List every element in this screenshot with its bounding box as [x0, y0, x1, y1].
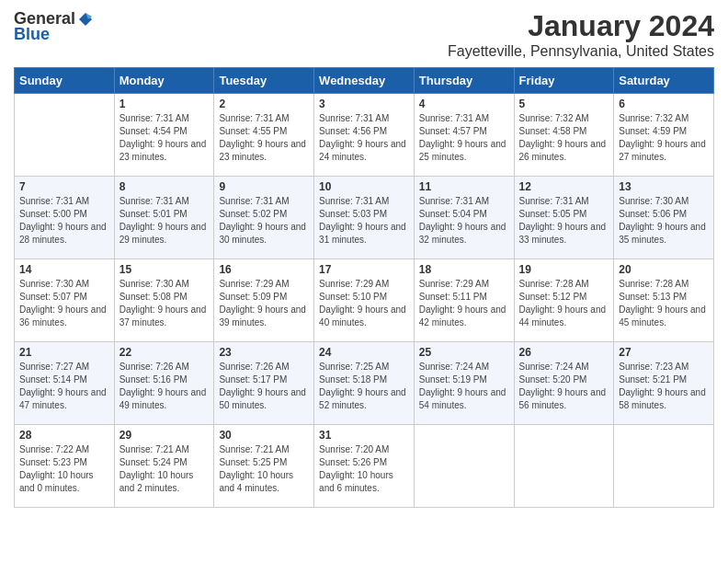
day-number: 16 — [219, 263, 309, 276]
cell-info: Sunrise: 7:20 AMSunset: 5:26 PMDaylight:… — [319, 443, 409, 495]
cell-info: Sunrise: 7:31 AMSunset: 5:01 PMDaylight:… — [119, 195, 210, 247]
day-number: 22 — [119, 346, 210, 359]
cell-info: Sunrise: 7:27 AMSunset: 5:14 PMDaylight:… — [19, 361, 109, 412]
cell-info: Sunrise: 7:31 AMSunset: 5:02 PMDaylight:… — [219, 195, 309, 247]
day-number: 19 — [519, 263, 609, 276]
day-number: 20 — [619, 263, 709, 276]
cell-info: Sunrise: 7:31 AMSunset: 4:56 PMDaylight:… — [319, 112, 409, 164]
cell-info: Sunrise: 7:30 AMSunset: 5:08 PMDaylight:… — [119, 278, 210, 329]
day-number: 30 — [219, 429, 309, 442]
day-number: 17 — [319, 263, 409, 276]
day-number: 6 — [619, 98, 709, 110]
cell-info: Sunrise: 7:29 AMSunset: 5:11 PMDaylight:… — [419, 278, 509, 329]
calendar-cell — [514, 425, 614, 508]
day-number: 2 — [219, 98, 309, 110]
logo: General Blue — [14, 9, 94, 44]
weekday-header-tuesday: Tuesday — [214, 68, 314, 94]
cell-info: Sunrise: 7:22 AMSunset: 5:23 PMDaylight:… — [19, 443, 109, 495]
cell-info: Sunrise: 7:28 AMSunset: 5:12 PMDaylight:… — [519, 278, 609, 329]
calendar-cell: 12Sunrise: 7:31 AMSunset: 5:05 PMDayligh… — [514, 177, 614, 259]
calendar: SundayMondayTuesdayWednesdayThursdayFrid… — [14, 67, 714, 508]
calendar-cell: 16Sunrise: 7:29 AMSunset: 5:09 PMDayligh… — [214, 259, 314, 342]
cell-info: Sunrise: 7:25 AMSunset: 5:18 PMDaylight:… — [319, 361, 409, 412]
calendar-cell: 9Sunrise: 7:31 AMSunset: 5:02 PMDaylight… — [214, 177, 314, 259]
weekday-header-wednesday: Wednesday — [314, 68, 415, 94]
logo-icon — [77, 11, 94, 28]
day-number: 10 — [319, 180, 409, 193]
weekday-header-saturday: Saturday — [614, 68, 714, 94]
calendar-cell: 4Sunrise: 7:31 AMSunset: 4:57 PMDaylight… — [414, 94, 514, 177]
calendar-cell: 7Sunrise: 7:31 AMSunset: 5:00 PMDaylight… — [15, 177, 115, 259]
cell-info: Sunrise: 7:26 AMSunset: 5:16 PMDaylight:… — [119, 361, 210, 412]
cell-info: Sunrise: 7:24 AMSunset: 5:19 PMDaylight:… — [419, 361, 509, 412]
cell-info: Sunrise: 7:31 AMSunset: 5:00 PMDaylight:… — [19, 195, 109, 247]
cell-info: Sunrise: 7:23 AMSunset: 5:21 PMDaylight:… — [619, 361, 709, 412]
weekday-header-friday: Friday — [514, 68, 614, 94]
calendar-cell: 14Sunrise: 7:30 AMSunset: 5:07 PMDayligh… — [15, 259, 115, 342]
day-number: 15 — [119, 263, 210, 276]
weekday-header-monday: Monday — [114, 68, 214, 94]
day-number: 7 — [19, 180, 109, 193]
week-row-3: 14Sunrise: 7:30 AMSunset: 5:07 PMDayligh… — [15, 259, 714, 342]
calendar-cell: 28Sunrise: 7:22 AMSunset: 5:23 PMDayligh… — [15, 425, 115, 508]
month-title: January 2024 — [448, 9, 714, 43]
day-number: 26 — [519, 346, 609, 359]
calendar-cell: 5Sunrise: 7:32 AMSunset: 4:58 PMDaylight… — [514, 94, 614, 177]
day-number: 25 — [419, 346, 509, 359]
week-row-5: 28Sunrise: 7:22 AMSunset: 5:23 PMDayligh… — [15, 425, 714, 508]
calendar-cell: 27Sunrise: 7:23 AMSunset: 5:21 PMDayligh… — [614, 342, 714, 425]
title-block: January 2024 Fayetteville, Pennsylvania,… — [448, 9, 714, 60]
day-number: 29 — [119, 429, 210, 442]
location: Fayetteville, Pennsylvania, United State… — [448, 43, 714, 60]
calendar-cell: 15Sunrise: 7:30 AMSunset: 5:08 PMDayligh… — [114, 259, 214, 342]
calendar-cell: 13Sunrise: 7:30 AMSunset: 5:06 PMDayligh… — [614, 177, 714, 259]
day-number: 11 — [419, 180, 509, 193]
calendar-cell: 24Sunrise: 7:25 AMSunset: 5:18 PMDayligh… — [314, 342, 415, 425]
cell-info: Sunrise: 7:31 AMSunset: 5:03 PMDaylight:… — [319, 195, 409, 247]
cell-info: Sunrise: 7:26 AMSunset: 5:17 PMDaylight:… — [219, 361, 309, 412]
calendar-cell: 23Sunrise: 7:26 AMSunset: 5:17 PMDayligh… — [214, 342, 314, 425]
day-number: 4 — [419, 98, 509, 110]
calendar-cell — [614, 425, 714, 508]
logo-blue-text: Blue — [14, 25, 50, 44]
cell-info: Sunrise: 7:32 AMSunset: 4:58 PMDaylight:… — [519, 112, 609, 164]
calendar-cell: 8Sunrise: 7:31 AMSunset: 5:01 PMDaylight… — [114, 177, 214, 259]
cell-info: Sunrise: 7:30 AMSunset: 5:06 PMDaylight:… — [619, 195, 709, 247]
calendar-cell: 20Sunrise: 7:28 AMSunset: 5:13 PMDayligh… — [614, 259, 714, 342]
day-number: 5 — [519, 98, 609, 110]
cell-info: Sunrise: 7:21 AMSunset: 5:24 PMDaylight:… — [119, 443, 210, 495]
week-row-2: 7Sunrise: 7:31 AMSunset: 5:00 PMDaylight… — [15, 177, 714, 259]
calendar-cell: 31Sunrise: 7:20 AMSunset: 5:26 PMDayligh… — [314, 425, 415, 508]
cell-info: Sunrise: 7:31 AMSunset: 5:04 PMDaylight:… — [419, 195, 509, 247]
calendar-cell: 21Sunrise: 7:27 AMSunset: 5:14 PMDayligh… — [15, 342, 115, 425]
weekday-header-row: SundayMondayTuesdayWednesdayThursdayFrid… — [15, 68, 714, 94]
cell-info: Sunrise: 7:32 AMSunset: 4:59 PMDaylight:… — [619, 112, 709, 164]
calendar-cell: 17Sunrise: 7:29 AMSunset: 5:10 PMDayligh… — [314, 259, 415, 342]
calendar-cell: 11Sunrise: 7:31 AMSunset: 5:04 PMDayligh… — [414, 177, 514, 259]
calendar-cell — [15, 94, 115, 177]
calendar-cell: 2Sunrise: 7:31 AMSunset: 4:55 PMDaylight… — [214, 94, 314, 177]
calendar-cell: 19Sunrise: 7:28 AMSunset: 5:12 PMDayligh… — [514, 259, 614, 342]
day-number: 13 — [619, 180, 709, 193]
weekday-header-thursday: Thursday — [414, 68, 514, 94]
calendar-cell: 1Sunrise: 7:31 AMSunset: 4:54 PMDaylight… — [114, 94, 214, 177]
calendar-cell: 3Sunrise: 7:31 AMSunset: 4:56 PMDaylight… — [314, 94, 415, 177]
weekday-header-sunday: Sunday — [15, 68, 115, 94]
day-number: 18 — [419, 263, 509, 276]
day-number: 24 — [319, 346, 409, 359]
day-number: 1 — [119, 98, 210, 110]
cell-info: Sunrise: 7:30 AMSunset: 5:07 PMDaylight:… — [19, 278, 109, 329]
svg-marker-0 — [79, 13, 92, 26]
calendar-cell: 6Sunrise: 7:32 AMSunset: 4:59 PMDaylight… — [614, 94, 714, 177]
day-number: 27 — [619, 346, 709, 359]
cell-info: Sunrise: 7:31 AMSunset: 4:55 PMDaylight:… — [219, 112, 309, 164]
week-row-4: 21Sunrise: 7:27 AMSunset: 5:14 PMDayligh… — [15, 342, 714, 425]
cell-info: Sunrise: 7:31 AMSunset: 5:05 PMDaylight:… — [519, 195, 609, 247]
calendar-cell: 29Sunrise: 7:21 AMSunset: 5:24 PMDayligh… — [114, 425, 214, 508]
day-number: 23 — [219, 346, 309, 359]
day-number: 31 — [319, 429, 409, 442]
calendar-cell: 30Sunrise: 7:21 AMSunset: 5:25 PMDayligh… — [214, 425, 314, 508]
day-number: 8 — [119, 180, 210, 193]
week-row-1: 1Sunrise: 7:31 AMSunset: 4:54 PMDaylight… — [15, 94, 714, 177]
cell-info: Sunrise: 7:24 AMSunset: 5:20 PMDaylight:… — [519, 361, 609, 412]
